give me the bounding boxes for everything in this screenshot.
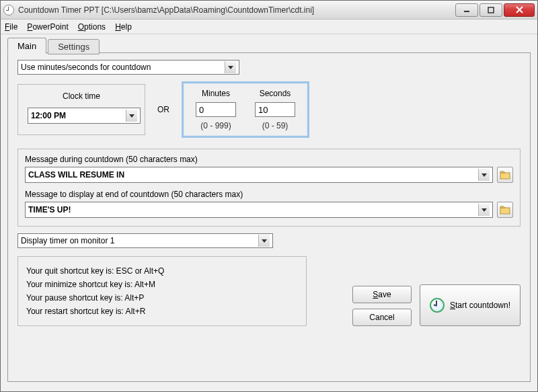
msg-end-label: Message to display at end of countdown (… [25, 190, 513, 199]
svg-marker-8 [500, 171, 505, 173]
chevron-down-icon [126, 110, 137, 122]
minutes-range: (0 - 999) [196, 121, 236, 130]
chevron-down-icon [478, 204, 490, 216]
clock-time-value: 12:00 PM [31, 111, 66, 120]
mode-select[interactable]: Use minutes/seconds for countdown [17, 60, 239, 75]
message-group: Message during countdown (50 characters … [17, 149, 521, 227]
cancel-button[interactable]: Cancel [352, 309, 412, 326]
svg-rect-10 [500, 208, 510, 214]
svg-marker-12 [262, 239, 267, 243]
tab-main[interactable]: Main [7, 38, 46, 54]
menu-options[interactable]: Options [78, 22, 106, 32]
monitor-select-value: Display timer on monitor 1 [21, 236, 114, 245]
svg-marker-11 [500, 206, 505, 208]
svg-rect-1 [488, 7, 494, 13]
clock-time-group: Clock time 12:00 PM [17, 84, 145, 135]
seconds-range: (0 - 59) [255, 121, 295, 130]
msg-during-browse-button[interactable] [497, 167, 513, 183]
menubar: File PowerPoint Options Help [1, 19, 537, 34]
svg-marker-5 [129, 114, 134, 118]
start-countdown-label: Start countdown! [450, 301, 510, 310]
seconds-input[interactable] [255, 102, 295, 117]
save-button[interactable]: Save [352, 286, 412, 303]
save-button-rest: ave [378, 290, 391, 299]
clock-time-label: Clock time [28, 91, 135, 101]
msg-end-value: TIME'S UP! [28, 205, 71, 214]
tab-panel-main: Use minutes/seconds for countdown Clock … [7, 52, 531, 382]
menu-file[interactable]: File [5, 22, 17, 32]
menu-file-text: ile [9, 22, 17, 32]
msg-end-select[interactable]: TIME'S UP! [25, 202, 493, 218]
titlebar[interactable]: Countdown Timer PPT [C:\Users\bamz\AppDa… [1, 1, 537, 19]
client-area: Main Settings Use minutes/seconds for co… [1, 34, 537, 391]
app-window: Countdown Timer PPT [C:\Users\bamz\AppDa… [0, 0, 538, 392]
mode-select-value: Use minutes/seconds for countdown [21, 63, 151, 72]
chevron-down-icon [258, 235, 270, 247]
close-button[interactable] [504, 3, 535, 17]
svg-marker-6 [482, 173, 487, 177]
shortcuts-panel: Your quit shortcut key is: ESC or Alt+Q … [17, 256, 307, 326]
svg-rect-7 [500, 173, 510, 179]
shortcut-minimize: Your minimize shortcut key is: Alt+M [26, 280, 298, 289]
seconds-label: Seconds [255, 89, 295, 98]
msg-during-label: Message during countdown (50 characters … [25, 155, 513, 164]
chevron-down-icon [225, 61, 236, 73]
shortcut-pause: Your pause shortcut key is: Alt+P [26, 293, 298, 303]
minimize-button[interactable] [455, 3, 478, 17]
menu-powerpoint[interactable]: PowerPoint [27, 22, 68, 32]
maximize-button[interactable] [479, 3, 502, 17]
shortcut-restart: Your restart shortcut key is: Alt+R [26, 307, 298, 316]
chevron-down-icon [478, 169, 490, 181]
window-title: Countdown Timer PPT [C:\Users\bamz\AppDa… [18, 5, 454, 15]
or-label: OR [157, 105, 169, 114]
msg-during-select[interactable]: CLASS WILL RESUME IN [25, 167, 493, 183]
monitor-select[interactable]: Display timer on monitor 1 [17, 233, 273, 248]
clock-time-select[interactable]: 12:00 PM [28, 108, 141, 124]
svg-marker-9 [482, 208, 487, 212]
svg-marker-4 [228, 66, 233, 69]
tab-settings[interactable]: Settings [48, 39, 100, 54]
tab-strip: Main Settings [7, 37, 531, 53]
minutes-input[interactable] [196, 102, 236, 117]
msg-end-browse-button[interactable] [497, 202, 513, 218]
minutes-seconds-group: Minutes (0 - 999) Seconds (0 - 59) [182, 81, 309, 138]
msg-during-value: CLASS WILL RESUME IN [28, 170, 124, 180]
start-countdown-button[interactable]: Start countdown! [420, 284, 521, 326]
app-clock-icon [3, 5, 14, 15]
clock-icon [430, 298, 445, 313]
save-cancel-column: Save Cancel [352, 256, 412, 326]
minutes-label: Minutes [196, 89, 236, 98]
menu-help[interactable]: Help [115, 22, 132, 32]
shortcut-quit: Your quit shortcut key is: ESC or Alt+Q [26, 266, 298, 276]
